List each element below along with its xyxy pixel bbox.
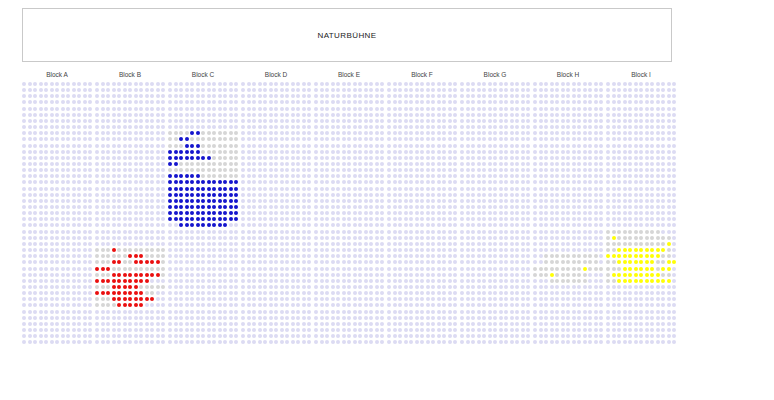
seat-dot[interactable] — [50, 180, 54, 184]
seat-dot[interactable] — [156, 334, 160, 338]
seat-dot[interactable] — [493, 137, 497, 141]
seat-dot[interactable] — [588, 230, 592, 234]
seat-dot[interactable] — [263, 113, 267, 117]
seat-dot[interactable] — [471, 285, 475, 289]
seat-dot[interactable] — [588, 82, 592, 86]
seat-dot[interactable] — [347, 260, 351, 264]
seat-dot[interactable] — [156, 328, 160, 332]
seat-dot[interactable] — [566, 297, 570, 301]
seat-dot[interactable] — [314, 174, 318, 178]
seat-dot[interactable] — [117, 82, 121, 86]
seat-dot[interactable] — [453, 88, 457, 92]
seat-dot[interactable] — [61, 119, 65, 123]
seat-dot[interactable] — [656, 285, 660, 289]
seat-dot[interactable] — [577, 328, 581, 332]
seat-dot[interactable] — [174, 254, 178, 258]
seat-dot[interactable] — [566, 285, 570, 289]
seat-dot[interactable] — [650, 217, 654, 221]
seat-dot[interactable] — [555, 303, 559, 307]
seat-dot[interactable] — [61, 334, 65, 338]
seat-dot[interactable] — [139, 168, 143, 172]
seat-dot[interactable] — [218, 205, 222, 209]
seat-dot[interactable] — [539, 328, 543, 332]
seat-dot[interactable] — [504, 334, 508, 338]
seat-dot[interactable] — [50, 162, 54, 166]
seat-dot[interactable] — [274, 211, 278, 215]
seat-dot[interactable] — [628, 199, 632, 203]
seat-dot[interactable] — [234, 242, 238, 246]
seat-dot[interactable] — [285, 230, 289, 234]
seat-dot[interactable] — [353, 322, 357, 326]
seat-dot[interactable] — [499, 303, 503, 307]
seat-dot[interactable] — [101, 156, 105, 160]
seat-dot[interactable] — [302, 131, 306, 135]
seat-dot[interactable] — [101, 223, 105, 227]
seat-dot[interactable] — [33, 113, 37, 117]
seat-dot[interactable] — [566, 119, 570, 123]
seat-dot[interactable] — [72, 223, 76, 227]
seat-dot[interactable] — [61, 137, 65, 141]
seat-dot[interactable] — [606, 144, 610, 148]
seat-dot[interactable] — [190, 303, 194, 307]
seat-dot[interactable] — [515, 340, 519, 344]
seat-dot[interactable] — [634, 162, 638, 166]
seat-dot[interactable] — [398, 236, 402, 240]
seat-dot[interactable] — [639, 119, 643, 123]
seat-dot[interactable] — [404, 94, 408, 98]
seat-dot[interactable] — [296, 285, 300, 289]
seat-dot[interactable] — [409, 334, 413, 338]
seat-dot[interactable] — [161, 223, 165, 227]
seat-dot[interactable] — [404, 285, 408, 289]
seat-dot[interactable] — [375, 107, 379, 111]
seat-dot[interactable] — [336, 267, 340, 271]
seat-dot[interactable] — [50, 322, 54, 326]
seat-dot[interactable] — [420, 187, 424, 191]
seat-dot[interactable] — [623, 316, 627, 320]
seat-dot[interactable] — [179, 82, 183, 86]
seat-dot[interactable] — [387, 236, 391, 240]
seat-dot[interactable] — [409, 150, 413, 154]
seat-dot[interactable] — [521, 150, 525, 154]
seat-dot[interactable] — [628, 119, 632, 123]
seat-dot[interactable] — [477, 100, 481, 104]
seat-dot[interactable] — [499, 316, 503, 320]
seat-dot[interactable] — [415, 119, 419, 123]
seat-dot[interactable] — [504, 205, 508, 209]
seat-dot[interactable] — [353, 119, 357, 123]
seat-dot[interactable] — [566, 113, 570, 117]
seat-dot[interactable] — [628, 211, 632, 215]
seat-dot[interactable] — [234, 187, 238, 191]
seat-dot[interactable] — [314, 285, 318, 289]
seat-dot[interactable] — [55, 223, 59, 227]
seat-dot[interactable] — [398, 211, 402, 215]
seat-dot[interactable] — [285, 174, 289, 178]
seat-dot[interactable] — [634, 291, 638, 295]
seat-dot[interactable] — [234, 193, 238, 197]
seat-dot[interactable] — [539, 334, 543, 338]
seat-dot[interactable] — [150, 217, 154, 221]
seat-dot[interactable] — [448, 144, 452, 148]
seat-dot[interactable] — [515, 254, 519, 258]
seat-dot[interactable] — [588, 113, 592, 117]
seat-dot[interactable] — [179, 113, 183, 117]
seat-dot[interactable] — [442, 100, 446, 104]
seat-dot[interactable] — [393, 199, 397, 203]
seat-dot[interactable] — [466, 137, 470, 141]
seat-dot[interactable] — [358, 230, 362, 234]
seat-dot[interactable] — [174, 285, 178, 289]
seat-dot[interactable] — [466, 217, 470, 221]
seat-dot[interactable] — [83, 174, 87, 178]
seat-dot[interactable] — [285, 131, 289, 135]
seat-dot[interactable] — [61, 310, 65, 314]
seat-dot[interactable] — [61, 322, 65, 326]
seat-dot[interactable] — [291, 180, 295, 184]
seat-dot[interactable] — [364, 316, 368, 320]
seat-dot[interactable] — [550, 297, 554, 301]
seat-dot[interactable] — [471, 174, 475, 178]
seat-dot[interactable] — [101, 291, 105, 295]
seat-dot[interactable] — [628, 168, 632, 172]
seat-dot[interactable] — [179, 322, 183, 326]
seat-dot[interactable] — [331, 267, 335, 271]
seat-dot[interactable] — [331, 107, 335, 111]
seat-dot[interactable] — [280, 242, 284, 246]
